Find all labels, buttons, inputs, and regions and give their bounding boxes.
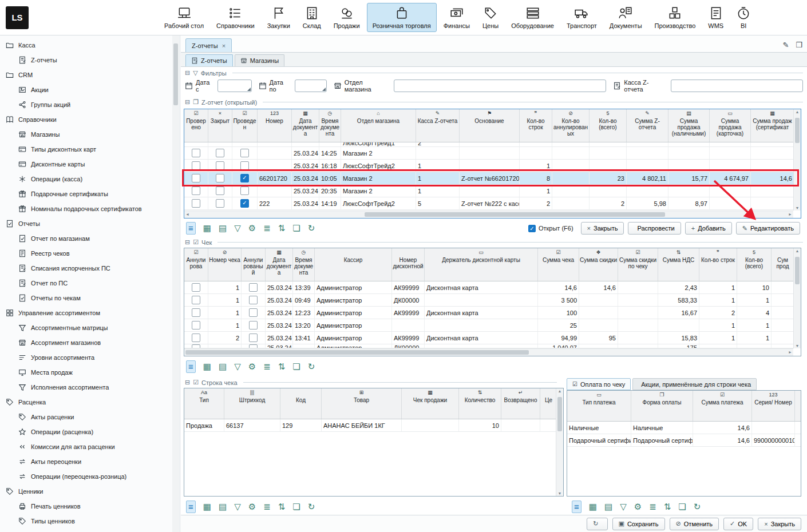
collapse-icon[interactable]: ⊟ — [185, 239, 190, 246]
cell[interactable] — [425, 319, 538, 331]
table-row[interactable]: 6620172025.03.2410:05Магазин 21Z-отчет №… — [184, 172, 793, 185]
cell[interactable] — [460, 142, 520, 146]
sorted-list-icon[interactable]: ⇅ — [278, 223, 286, 234]
cell[interactable] — [552, 142, 590, 146]
cell[interactable] — [232, 197, 258, 209]
column-header[interactable]: 123 Серия/ Номер — [752, 391, 795, 421]
cell[interactable]: 25.03.24 — [266, 281, 293, 293]
cell[interactable]: 13:41 — [293, 332, 315, 344]
cell[interactable] — [618, 319, 658, 331]
cell[interactable] — [425, 294, 538, 306]
cell[interactable] — [292, 142, 319, 146]
cell[interactable]: 14,6 — [538, 281, 579, 293]
sidebar-item[interactable]: Места продаж — [0, 365, 180, 380]
sorted-list-icon[interactable]: ⇅ — [278, 361, 286, 372]
open-f6-checkbox[interactable]: Открыт (F6) — [528, 225, 573, 232]
cell[interactable]: 12:23 — [293, 307, 315, 319]
view-grid-icon[interactable]: ▦ — [589, 501, 597, 513]
refresh-button[interactable]: ↻ — [587, 518, 607, 530]
cell[interactable]: 8,97 — [668, 197, 710, 209]
cell[interactable]: 5,98 — [627, 197, 668, 209]
cell[interactable]: ЛюксСофтТрейд2 — [341, 197, 416, 209]
cell[interactable] — [627, 142, 668, 146]
view-list-icon[interactable]: ≡ — [186, 360, 196, 373]
cell[interactable] — [752, 422, 795, 434]
cell[interactable] — [751, 147, 793, 159]
close-button[interactable]: × Закрыть — [758, 518, 801, 530]
cell[interactable]: 20:35 — [319, 185, 341, 197]
cell[interactable] — [658, 319, 699, 331]
numbered-list-icon[interactable]: ≣ — [263, 223, 271, 234]
cell[interactable] — [540, 419, 556, 431]
cell[interactable] — [710, 160, 751, 172]
cell[interactable] — [242, 319, 266, 331]
table-row[interactable]: ЛюксСофтТрейд12 — [184, 142, 793, 147]
cell[interactable]: 1 — [208, 319, 242, 331]
cell[interactable]: 1 — [699, 281, 737, 293]
cell[interactable] — [552, 147, 590, 159]
nav-production[interactable]: Производство — [649, 3, 702, 32]
cell[interactable]: 66137 — [224, 419, 280, 431]
cell[interactable]: 1 040,07 — [538, 344, 579, 348]
cell[interactable]: 222 — [258, 197, 292, 209]
sidebar-item[interactable]: Ассортиментные матрицы — [0, 320, 180, 335]
cell[interactable]: 129 — [280, 419, 322, 431]
view-list-icon[interactable]: ≡ — [572, 501, 581, 513]
cell[interactable]: 2 — [208, 332, 242, 344]
cell[interactable] — [258, 142, 292, 146]
settings-icon[interactable]: ⚙ — [248, 223, 256, 234]
cell[interactable]: Администратор — [315, 319, 392, 331]
subtab-zreports[interactable]: Z-отчеты — [185, 54, 233, 66]
cell[interactable]: 4 802,11 — [627, 172, 668, 184]
cell[interactable]: Администратор — [315, 294, 392, 306]
refresh-icon[interactable]: ↻ — [308, 223, 315, 234]
sidebar-item[interactable]: Отчет по ПС — [0, 276, 180, 291]
sidebar-item[interactable]: Реестр чеков — [0, 246, 180, 261]
sidebar-item[interactable]: Исполнения ассортимента — [0, 380, 180, 395]
table-row[interactable]: Подарочный сертификатПодарочный сертифик… — [567, 434, 801, 447]
column-header[interactable]: ⇅ Количество — [459, 388, 501, 419]
cell[interactable]: Администратор — [315, 281, 392, 293]
cell[interactable] — [258, 147, 292, 159]
cell[interactable] — [751, 142, 793, 146]
cell[interactable] — [668, 147, 710, 159]
cell[interactable]: 15,83 — [658, 332, 699, 344]
column-header[interactable]: ⚑ Основание — [460, 109, 520, 142]
table-row[interactable]: 225.03.2413:41АдминистраторАК99999Дискон… — [184, 332, 793, 344]
cell[interactable] — [627, 160, 668, 172]
cell[interactable] — [242, 344, 266, 348]
view-grid-icon[interactable]: ▦ — [203, 501, 211, 513]
cell[interactable] — [232, 185, 258, 197]
cell[interactable] — [751, 185, 793, 197]
collapse-icon[interactable]: ⊟ — [185, 98, 190, 106]
cell[interactable]: 25.03.24 — [292, 185, 319, 197]
cell[interactable] — [184, 147, 208, 159]
cell[interactable]: 14:25 — [319, 147, 341, 159]
nav-retail[interactable]: Розничная торговля — [367, 3, 437, 32]
numbered-list-icon[interactable]: ≣ — [649, 501, 656, 513]
cell[interactable]: 8 — [520, 172, 552, 184]
cell[interactable] — [579, 319, 618, 331]
sidebar-item[interactable]: Комиссии для акта расценки — [0, 439, 180, 454]
cell[interactable]: 1 — [699, 294, 737, 306]
checkbox-checked-icon[interactable] — [528, 225, 536, 232]
cell[interactable]: 25.03.24 — [266, 307, 293, 319]
cell[interactable]: 66201720 — [258, 172, 292, 184]
cell[interactable]: 15,77 — [668, 172, 710, 184]
cell[interactable] — [737, 344, 772, 348]
cell[interactable]: 583,33 — [658, 294, 699, 306]
nav-purchases[interactable]: Закупки — [262, 3, 296, 32]
column-header[interactable]: 5 Кол-во (всего) — [590, 109, 627, 142]
cell[interactable] — [184, 332, 208, 344]
table-row[interactable]: НаличныеНаличные14,6 — [567, 422, 801, 434]
column-header[interactable]: ▭ Тип платежа — [567, 391, 631, 421]
cell[interactable]: Дисконтная карта — [425, 307, 538, 319]
cell[interactable] — [668, 185, 710, 197]
view-calendar-icon[interactable]: ▤ — [219, 361, 227, 372]
cell[interactable] — [319, 142, 341, 146]
column-header[interactable]: Aa Тип — [184, 388, 224, 419]
cell[interactable] — [520, 142, 552, 146]
table-row[interactable]: 22225.03.2414:19ЛюксСофтТрейд25Z-отчет №… — [184, 197, 793, 210]
column-header[interactable]: ▤ Сумма продажа (наличными) — [668, 109, 710, 142]
column-header[interactable]: ▦ Чек продажи — [402, 388, 459, 419]
